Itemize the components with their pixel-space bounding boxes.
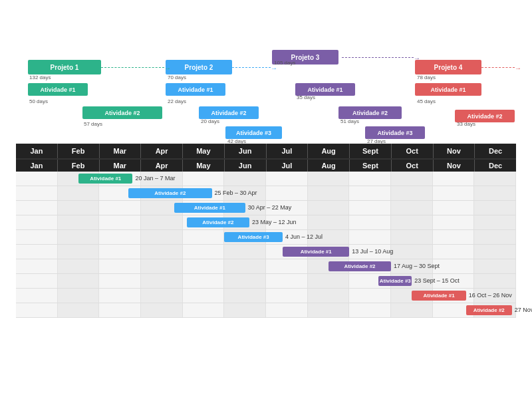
arrowhead-0: → [164, 65, 171, 72]
grid-cell-6-6 [266, 259, 308, 273]
grid-cell-5-4 [183, 245, 225, 259]
grid-date-0: 20 Jan – 7 Mar [135, 175, 175, 182]
grid-cell-1-1 [58, 186, 100, 200]
grid-header-jun: Jun [225, 160, 267, 172]
timeline-month-jun: Jun [225, 144, 267, 158]
grid-date-9: 27 Nov – 31 Dec [515, 307, 532, 313]
grid-row-4: Atividade #34 Jun – 12 Jul [16, 230, 516, 245]
grid-header-jul: Jul [267, 160, 309, 172]
grid-cell-1-10 [433, 186, 475, 200]
grid-cell-3-3 [141, 215, 183, 229]
grid-date-5: 13 Jul – 10 Aug [352, 248, 393, 255]
grid-cell-6-4 [183, 259, 225, 273]
grid-cell-1-7 [308, 186, 350, 200]
days-label-3: 70 days [168, 74, 186, 80]
grid-bar-1: Atividade #2 [128, 188, 211, 198]
activity-box-p3a3: Atividade #3 [365, 126, 425, 139]
grid-cell-8-2 [99, 289, 141, 303]
grid-header-jan: Jan [16, 160, 58, 172]
arrow-line-1 [232, 67, 271, 68]
grid-cell-1-0 [16, 186, 58, 200]
grid-cell-4-10 [433, 230, 475, 244]
grid-header-nov: Nov [434, 160, 475, 172]
grid-cell-8-5 [224, 289, 266, 303]
grid-cell-2-8 [349, 201, 391, 215]
grid-cell-5-1 [58, 245, 100, 259]
timeline-month-oct: Oct [392, 144, 434, 158]
grid-bar-7: Atividade #3 [378, 276, 412, 286]
grid-cell-6-3 [141, 259, 183, 273]
grid-bar-0: Atividade #1 [78, 174, 132, 184]
grid-cell-6-1 [58, 259, 100, 273]
grid-date-7: 23 Sept – 15 Oct [414, 277, 460, 284]
grid-cell-3-9 [391, 215, 433, 229]
grid-cell-9-1 [58, 303, 100, 317]
grid-cell-6-2 [99, 259, 141, 273]
grid-cell-0-9 [391, 172, 433, 186]
grid-row-7: Atividade #323 Sept – 15 Oct [16, 274, 516, 289]
grid-cell-1-9 [391, 186, 433, 200]
grid-area: JanFebMarAprMayJunJulAugSeptOctNovDec At… [16, 160, 516, 318]
grid-cell-8-8 [349, 289, 391, 303]
grid-cell-5-2 [99, 245, 141, 259]
activity-box-p3a2: Atividade #2 [338, 106, 402, 119]
timeline-month-jan: Jan [16, 144, 58, 158]
grid-cell-5-11 [474, 245, 516, 259]
grid-cell-2-0 [16, 201, 58, 215]
grid-cell-8-4 [183, 289, 225, 303]
grid-cell-8-7 [308, 289, 350, 303]
timeline-month-apr: Apr [141, 144, 183, 158]
grid-cell-7-0 [16, 274, 58, 288]
grid-cell-1-8 [349, 186, 391, 200]
timeline-month-jul: Jul [267, 144, 309, 158]
days-label-11: 78 days [417, 74, 436, 80]
activity-box-p1a2: Atividade #2 [82, 106, 162, 119]
grid-date-8: 16 Oct – 26 Nov [469, 292, 512, 299]
grid-row-5: Atividade #113 Jul – 10 Aug [16, 245, 516, 259]
timeline-month-feb: Feb [58, 144, 100, 158]
grid-bar-3: Atividade #2 [187, 217, 249, 227]
activity-box-p1a1: Atividade #1 [28, 83, 88, 96]
grid-date-2: 30 Apr – 22 May [248, 204, 292, 211]
grid-header-oct: Oct [392, 160, 434, 172]
arrowhead-2: → [414, 55, 420, 62]
grid-bar-4: Atividade #3 [224, 232, 283, 242]
grid-cell-0-7 [308, 172, 350, 186]
arrow-line-3 [481, 67, 515, 68]
grid-cell-2-9 [391, 201, 433, 215]
days-label-9: 51 days [340, 118, 359, 124]
grid-cell-0-6 [266, 172, 308, 186]
grid-date-4: 4 Jun – 12 Jul [285, 233, 323, 240]
grid-cell-9-8 [349, 303, 391, 317]
grid-header: JanFebMarAprMayJunJulAugSeptOctNovDec [16, 160, 516, 172]
arrowhead-1: → [271, 65, 277, 72]
grid-cell-2-11 [474, 201, 516, 215]
days-label-8: 35 days [297, 94, 315, 100]
grid-date-6: 17 Aug – 30 Sept [394, 263, 440, 269]
grid-header-mar: Mar [100, 160, 142, 172]
gantt-diagram: JanFebMarAprMayJunJulAugSeptOctNovDec Pr… [16, 20, 516, 160]
grid-bar-8: Atividade #1 [412, 291, 466, 301]
grid-cell-4-0 [16, 230, 58, 244]
grid-cell-4-1 [58, 230, 100, 244]
grid-cell-8-3 [141, 289, 183, 303]
grid-cell-3-8 [349, 215, 391, 229]
grid-date-1: 25 Feb – 30 Apr [215, 190, 257, 196]
grid-cell-5-3 [141, 245, 183, 259]
grid-cell-7-4 [183, 274, 225, 288]
days-label-12: 45 days [417, 98, 436, 104]
grid-bar-9: Atividade #2 [466, 305, 512, 315]
grid-cell-6-0 [16, 259, 58, 273]
grid-row-3: Atividade #223 May – 12 Jun [16, 215, 516, 230]
grid-cell-3-10 [433, 215, 475, 229]
grid-cell-2-2 [99, 201, 141, 215]
grid-header-sept: Sept [350, 160, 392, 172]
arrow-line-0 [101, 67, 164, 68]
timeline-month-sept: Sept [350, 144, 392, 158]
arrowhead-3: → [515, 65, 521, 72]
grid-cell-2-7 [308, 201, 350, 215]
grid-cell-9-4 [183, 303, 225, 317]
grid-cell-3-2 [99, 215, 141, 229]
grid-bar-6: Atividade #2 [329, 261, 391, 271]
arrow-line-2 [342, 57, 414, 58]
